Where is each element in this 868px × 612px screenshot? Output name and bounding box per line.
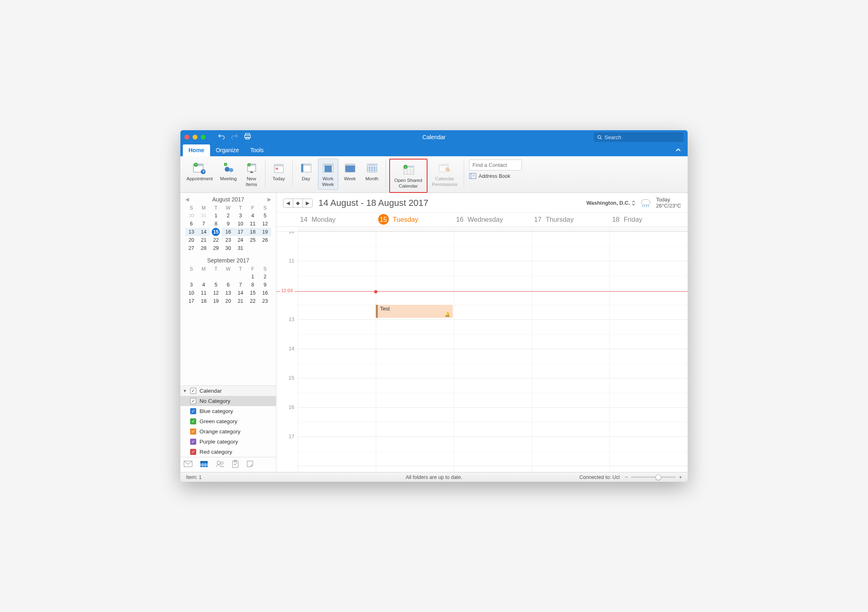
meeting-button[interactable]: + Meeting (217, 159, 240, 190)
day-header[interactable]: 18Friday (609, 213, 688, 226)
zoom-control[interactable]: − + (625, 474, 682, 480)
mini-day[interactable]: 30 (185, 212, 197, 220)
time-slot[interactable] (454, 349, 532, 378)
mini-day[interactable]: 30 (222, 244, 234, 252)
mini-day[interactable]: 9 (222, 220, 234, 228)
mini-day[interactable]: 7 (197, 220, 210, 228)
time-slot[interactable] (532, 261, 610, 290)
mini-day[interactable]: 16 (259, 289, 271, 297)
time-slot[interactable] (532, 291, 610, 319)
time-slot[interactable] (609, 466, 688, 472)
time-slot[interactable] (532, 349, 610, 378)
weather-widget[interactable]: Washington, D.C. Today 26°C/23°C (586, 197, 681, 209)
time-slot[interactable] (454, 466, 532, 472)
time-slot[interactable] (376, 261, 454, 290)
month-button[interactable]: Month (362, 159, 382, 190)
category-item[interactable]: ✓Blue category (180, 406, 276, 416)
redo-icon[interactable] (231, 133, 238, 141)
category-item[interactable]: ✓Orange category (180, 426, 276, 437)
time-slot[interactable] (298, 437, 376, 466)
time-slot[interactable] (532, 408, 610, 437)
mini-day[interactable]: 14 (197, 228, 210, 236)
time-slot[interactable] (532, 466, 610, 472)
time-slot[interactable] (298, 408, 376, 437)
time-slot[interactable] (298, 378, 376, 407)
tab-organize[interactable]: Organize (210, 144, 245, 156)
time-slot[interactable] (609, 291, 688, 319)
mini-day[interactable]: 15 (212, 228, 220, 236)
time-slot[interactable] (376, 466, 454, 472)
time-slot[interactable] (298, 320, 376, 349)
time-slot[interactable] (454, 261, 532, 290)
mini-day[interactable]: 12 (259, 220, 271, 228)
zoom-window-button[interactable] (201, 135, 206, 140)
time-slot[interactable] (454, 320, 532, 349)
time-slot[interactable] (376, 232, 454, 261)
mini-day[interactable]: 11 (197, 289, 210, 297)
mini-day[interactable]: 21 (235, 297, 247, 305)
mini-day[interactable]: 6 (185, 220, 197, 228)
notes-icon[interactable] (246, 460, 254, 469)
time-slot[interactable] (609, 437, 688, 466)
mini-day[interactable]: 6 (222, 281, 234, 289)
mini-day[interactable]: 15 (247, 289, 259, 297)
mini-day[interactable]: 3 (235, 212, 247, 220)
category-item[interactable]: ✓Purple category (180, 437, 276, 447)
mini-day[interactable]: 11 (247, 220, 259, 228)
tasks-icon[interactable] (232, 460, 239, 470)
find-contact-input[interactable] (469, 160, 522, 170)
mini-day[interactable]: 18 (247, 228, 259, 236)
mini-day[interactable]: 23 (222, 236, 234, 244)
mini-day[interactable]: 20 (185, 236, 197, 244)
day-button[interactable]: Day (296, 159, 316, 190)
time-slot[interactable] (609, 378, 688, 407)
category-item[interactable]: ✓Red category (180, 447, 276, 457)
mini-day[interactable]: 20 (222, 297, 234, 305)
time-slot[interactable] (532, 320, 610, 349)
time-slot[interactable] (298, 291, 376, 319)
mini-day[interactable]: 27 (185, 244, 197, 252)
mini-day[interactable]: 12 (210, 289, 222, 297)
mini-day[interactable]: 13 (185, 228, 197, 236)
address-book-button[interactable]: Address Book (469, 173, 522, 179)
mini-day[interactable]: 19 (210, 297, 222, 305)
next-month-button[interactable]: ▶ (267, 197, 271, 202)
mini-day[interactable]: 2 (222, 212, 234, 220)
mini-day[interactable]: 1 (247, 273, 259, 281)
mini-day[interactable]: 29 (210, 244, 222, 252)
zoom-out-button[interactable]: − (625, 474, 627, 480)
day-header[interactable]: 14Monday (298, 213, 376, 226)
mini-day[interactable]: 22 (210, 236, 222, 244)
time-slot[interactable] (376, 320, 454, 349)
day-header[interactable]: 17Thursday (532, 213, 610, 226)
time-slot[interactable] (298, 349, 376, 378)
mail-icon[interactable] (184, 461, 193, 469)
time-slot[interactable] (376, 437, 454, 466)
mini-day[interactable]: 23 (259, 297, 271, 305)
mini-day[interactable]: 8 (247, 281, 259, 289)
mini-day[interactable]: 10 (235, 220, 247, 228)
time-slot[interactable] (298, 261, 376, 290)
mini-day[interactable]: 2 (259, 273, 271, 281)
time-grid[interactable]: 12:03 Test 🔔 10111314151617 (276, 232, 688, 472)
mini-day[interactable]: 26 (259, 236, 271, 244)
mini-day[interactable]: 3 (185, 281, 197, 289)
time-slot[interactable] (298, 232, 376, 261)
time-slot[interactable] (609, 349, 688, 378)
mini-day[interactable]: 4 (247, 212, 259, 220)
appointment-button[interactable]: + Appointment (184, 159, 216, 190)
mini-day[interactable]: 24 (235, 236, 247, 244)
mini-day[interactable]: 1 (210, 212, 222, 220)
mini-day[interactable]: 5 (210, 281, 222, 289)
people-icon[interactable] (215, 460, 224, 469)
mini-day[interactable]: 25 (247, 236, 259, 244)
time-slot[interactable] (609, 408, 688, 437)
close-window-button[interactable] (184, 135, 189, 140)
new-items-button[interactable]: + New Items (241, 159, 262, 190)
mini-day[interactable]: 17 (235, 228, 247, 236)
mini-day[interactable]: 9 (259, 281, 271, 289)
mini-day[interactable]: 31 (197, 212, 210, 220)
mini-day[interactable]: 5 (259, 212, 271, 220)
time-slot[interactable] (454, 378, 532, 407)
today-button[interactable]: Today (269, 159, 289, 190)
